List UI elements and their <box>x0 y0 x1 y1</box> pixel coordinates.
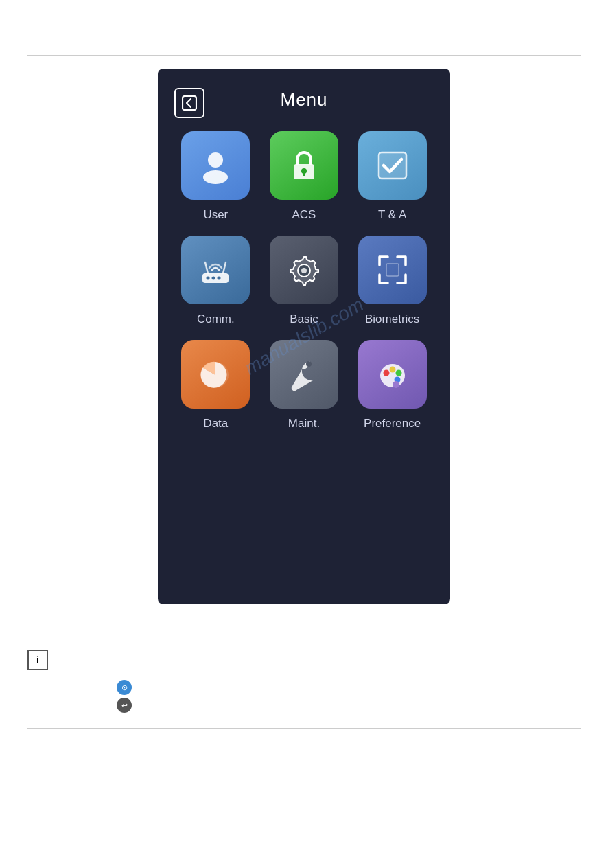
menu-item-basic[interactable]: Basic <box>267 236 342 326</box>
menu-label-user: User <box>203 208 228 222</box>
small-icon-row-2: ↩ <box>117 698 132 713</box>
top-divider <box>27 55 581 56</box>
info-box: i <box>27 640 581 678</box>
info-section: i <box>27 640 581 678</box>
menu-label-acs: ACS <box>292 208 316 222</box>
svg-point-21 <box>389 367 395 373</box>
menu-item-maint[interactable]: Maint. <box>267 340 342 431</box>
menu-label-preference: Preference <box>364 417 421 431</box>
menu-item-user[interactable]: User <box>178 131 253 222</box>
small-icon-blue: ⊙ <box>117 680 132 695</box>
back-button[interactable] <box>174 88 204 118</box>
svg-rect-5 <box>303 172 305 176</box>
small-icons-section: ⊙ ↩ <box>117 680 132 716</box>
user-icon-bg <box>181 131 250 200</box>
svg-line-9 <box>205 262 208 273</box>
menu-label-maint: Maint. <box>288 417 320 431</box>
svg-point-15 <box>301 268 307 273</box>
data-icon-bg <box>181 340 250 409</box>
menu-item-ta[interactable]: T & A <box>355 131 430 222</box>
comm-icon-bg <box>181 236 250 304</box>
acs-icon-bg <box>270 131 338 200</box>
menu-label-comm: Comm. <box>197 312 235 326</box>
screen-header: Menu <box>158 69 450 124</box>
svg-point-13 <box>218 277 221 280</box>
menu-item-preference[interactable]: Preference <box>355 340 430 431</box>
menu-label-data: Data <box>203 417 228 431</box>
svg-rect-0 <box>183 96 196 110</box>
basic-icon-bg <box>270 236 338 304</box>
preference-icon-bg <box>358 340 427 409</box>
menu-grid: User ACS <box>158 124 450 451</box>
menu-item-acs[interactable]: ACS <box>267 131 342 222</box>
menu-item-data[interactable]: Data <box>178 340 253 431</box>
menu-item-comm[interactable]: Comm. <box>178 236 253 326</box>
svg-point-1 <box>208 152 223 168</box>
svg-line-10 <box>223 262 226 273</box>
svg-rect-16 <box>386 264 399 276</box>
svg-point-11 <box>207 277 210 280</box>
svg-point-24 <box>393 381 399 388</box>
menu-label-basic: Basic <box>290 312 318 326</box>
ta-icon-bg <box>358 131 427 200</box>
biometrics-icon-bg <box>358 236 427 304</box>
svg-point-20 <box>383 370 389 376</box>
svg-point-22 <box>395 370 401 376</box>
menu-label-ta: T & A <box>378 208 406 222</box>
lower-divider <box>27 728 581 729</box>
screen-title: Menu <box>280 89 327 111</box>
small-icon-gray: ↩ <box>117 698 132 713</box>
menu-item-biometrics[interactable]: Biometrics <box>355 236 430 326</box>
info-icon: i <box>27 650 48 670</box>
device-screen: Menu User <box>158 69 450 604</box>
svg-point-2 <box>203 170 228 184</box>
maint-icon-bg <box>270 340 338 409</box>
menu-label-biometrics: Biometrics <box>365 312 419 326</box>
bottom-divider <box>27 632 581 632</box>
small-icon-row-1: ⊙ <box>117 680 132 695</box>
svg-point-18 <box>306 361 312 367</box>
svg-point-12 <box>212 277 215 280</box>
